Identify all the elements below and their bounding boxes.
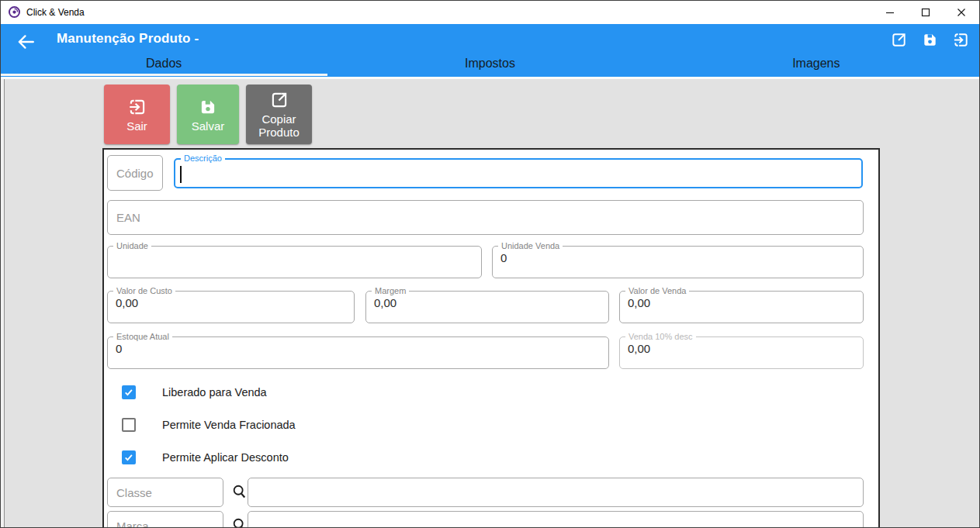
checkbox-icon	[122, 385, 136, 399]
codigo-placeholder: Código	[116, 167, 154, 180]
ean-field[interactable]: EAN	[107, 200, 864, 235]
valor-de-venda-field[interactable]: Valor de Venda 0,00	[619, 287, 864, 323]
checkbox-label: Permite Aplicar Desconto	[162, 451, 289, 464]
unidade-value	[116, 251, 481, 265]
back-icon[interactable]	[16, 32, 36, 52]
unidade-field[interactable]: Unidade	[107, 242, 482, 278]
unidade-venda-value: 0	[500, 251, 863, 265]
app-window: Click & Venda Manutenção Produto -	[0, 0, 980, 528]
checkbox-permite-venda-fracionada[interactable]: Permite Venda Fracionada	[122, 418, 296, 432]
marca-placeholder: Marca	[116, 519, 149, 528]
checkbox-label: Permite Venda Fracionada	[162, 419, 296, 431]
search-icon[interactable]	[231, 517, 248, 528]
descricao-value	[183, 164, 861, 178]
salvar-button-label: Salvar	[189, 119, 228, 133]
app-logo-icon	[8, 5, 21, 19]
margem-label: Margem	[372, 287, 409, 295]
estoque-atual-value: 0	[116, 342, 608, 356]
valor-de-custo-value: 0,00	[116, 296, 354, 310]
checkbox-icon	[122, 418, 136, 432]
titlebar: Click & Venda	[1, 1, 979, 24]
valor-de-venda-label: Valor de Venda	[625, 287, 689, 295]
tab-dados[interactable]: Dados	[1, 57, 327, 75]
window-title: Click & Venda	[26, 1, 85, 24]
checkbox-permite-aplicar-desconto[interactable]: Permite Aplicar Desconto	[122, 450, 289, 464]
copiar-produto-button[interactable]: Copiar Produto	[246, 85, 312, 144]
tab-bar: Dados Impostos Imagens	[1, 57, 979, 75]
unidade-venda-field[interactable]: Unidade Venda 0	[492, 242, 864, 278]
exit-icon[interactable]	[952, 31, 970, 49]
salvar-button[interactable]: Salvar	[177, 85, 239, 144]
unidade-venda-label: Unidade Venda	[498, 242, 563, 250]
checkbox-label: Liberado para Venda	[162, 386, 267, 399]
save-icon	[198, 97, 218, 117]
copiar-produto-button-label: Copiar Produto	[246, 112, 312, 139]
exit-icon	[127, 97, 147, 117]
valor-de-custo-field[interactable]: Valor de Custo 0,00	[107, 287, 355, 323]
valor-de-venda-value: 0,00	[628, 296, 863, 310]
open-in-new-icon	[269, 90, 289, 110]
text-caret	[180, 166, 182, 183]
maximize-icon[interactable]	[908, 1, 944, 24]
selected-tab-indicator	[1, 74, 327, 76]
window-controls	[872, 1, 979, 24]
margem-field[interactable]: Margem 0,00	[365, 287, 609, 323]
open-in-new-icon[interactable]	[890, 31, 908, 49]
sair-button-label: Sair	[123, 119, 151, 133]
marca-field[interactable]: Marca	[107, 511, 223, 528]
codigo-field[interactable]: Código	[107, 155, 163, 191]
product-form: Código Descrição EAN Unidade Unidade Ven…	[102, 148, 880, 528]
page-title: Manutenção Produto -	[57, 31, 199, 47]
venda-10-desc-field: Venda 10% desc 0,00	[619, 333, 864, 369]
tab-imagens[interactable]: Imagens	[653, 57, 979, 75]
save-icon[interactable]	[921, 31, 939, 49]
classe-placeholder: Classe	[116, 486, 152, 499]
classe-lookup-value-field[interactable]	[248, 478, 864, 507]
sair-button[interactable]: Sair	[104, 85, 170, 144]
estoque-atual-field[interactable]: Estoque Atual 0	[107, 333, 609, 369]
venda-10-desc-value: 0,00	[628, 342, 863, 356]
app-header: Manutenção Produto -	[1, 24, 979, 77]
left-edge-strip	[1, 79, 5, 528]
ean-placeholder: EAN	[116, 211, 140, 224]
checkbox-liberado-para-venda[interactable]: Liberado para Venda	[122, 385, 267, 399]
descricao-label: Descrição	[181, 154, 225, 163]
close-icon[interactable]	[944, 1, 979, 24]
valor-de-custo-label: Valor de Custo	[113, 287, 175, 295]
venda-10-desc-label: Venda 10% desc	[625, 333, 696, 341]
header-highlight	[1, 77, 979, 79]
estoque-atual-label: Estoque Atual	[113, 333, 172, 341]
checkbox-icon	[122, 450, 136, 464]
marca-lookup-value-field[interactable]	[248, 511, 864, 528]
descricao-field[interactable]: Descrição	[174, 154, 863, 188]
header-actions	[890, 31, 970, 49]
classe-field[interactable]: Classe	[107, 478, 223, 507]
search-icon[interactable]	[231, 484, 248, 501]
minimize-icon[interactable]	[872, 1, 908, 24]
margem-value: 0,00	[374, 296, 608, 310]
unidade-label: Unidade	[113, 242, 151, 250]
tab-impostos[interactable]: Impostos	[327, 57, 653, 75]
